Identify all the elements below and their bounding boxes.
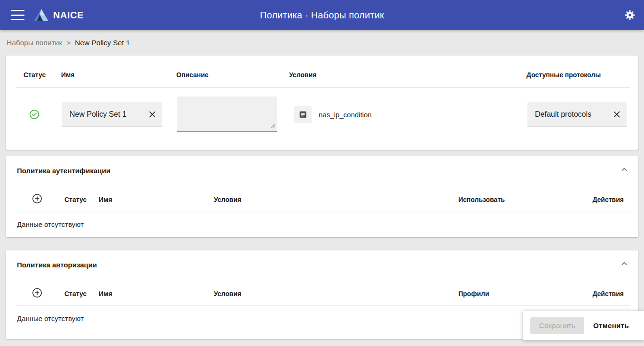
column-use: Использовать xyxy=(458,196,505,203)
cancel-button[interactable]: Отменить xyxy=(593,322,629,330)
chevron-up-icon[interactable] xyxy=(620,165,629,174)
description-textarea[interactable] xyxy=(177,97,277,131)
plus-circle-icon xyxy=(32,193,42,204)
naice-logo: NAICE xyxy=(34,8,84,22)
header-divider xyxy=(16,87,630,88)
clear-protocols-icon[interactable] xyxy=(613,110,621,119)
column-description: Описание xyxy=(176,71,209,79)
condition-name: nas_ip_condition xyxy=(319,111,372,119)
condition-document-icon xyxy=(299,111,307,119)
column-status: Статус xyxy=(24,71,46,79)
column-name: Имя xyxy=(99,196,112,203)
resize-handle-icon[interactable] xyxy=(270,121,275,130)
column-status: Статус xyxy=(64,196,86,203)
authentication-section-title: Политика аутентификации xyxy=(17,167,110,175)
column-profiles: Профили xyxy=(458,290,489,298)
clear-name-icon[interactable] xyxy=(148,110,157,119)
column-protocols: Доступные протоколы xyxy=(526,71,601,79)
breadcrumb: Наборы политик > New Policy Set 1 xyxy=(0,30,644,56)
action-panel: Сохранить Отменить xyxy=(523,311,644,340)
column-name: Имя xyxy=(99,290,112,298)
column-actions: Действия xyxy=(592,196,624,203)
column-name: Имя xyxy=(61,71,75,79)
chevron-up-icon[interactable] xyxy=(620,259,629,268)
policy-set-name-field[interactable] xyxy=(62,102,162,127)
plus-circle-icon xyxy=(32,288,42,298)
allowed-protocols-input[interactable] xyxy=(535,110,609,119)
app-bar: NAICE Политика · Наборы политик xyxy=(0,0,644,30)
policy-set-card: Статус Имя Описание Условия Доступные пр… xyxy=(6,56,638,150)
save-button[interactable]: Сохранить xyxy=(530,317,584,334)
empty-state-text: Данные отсутствуют xyxy=(17,220,84,228)
menu-icon[interactable] xyxy=(11,10,24,20)
status-ok-icon xyxy=(29,109,39,121)
naice-triangle-logo-icon xyxy=(34,8,49,22)
header-divider xyxy=(16,305,630,306)
column-status: Статус xyxy=(64,290,86,298)
policy-set-name-input[interactable] xyxy=(70,110,144,119)
authorization-section-title: Политика авторизации xyxy=(17,261,97,269)
condition-button[interactable] xyxy=(294,106,312,123)
breadcrumb-current: New Policy Set 1 xyxy=(75,39,130,47)
allowed-protocols-field[interactable] xyxy=(527,102,627,127)
brand-name: NAICE xyxy=(53,10,84,21)
header-divider xyxy=(16,211,630,211)
add-authorization-rule-button[interactable] xyxy=(32,288,42,298)
add-authentication-rule-button[interactable] xyxy=(32,193,42,204)
column-conditions: Условия xyxy=(214,196,241,203)
description-field[interactable] xyxy=(177,97,277,132)
column-actions: Действия xyxy=(592,290,624,298)
page-title: Политика · Наборы политик xyxy=(0,10,644,21)
column-conditions: Условия xyxy=(289,71,316,79)
authentication-policy-section: Политика аутентификации Статус Имя Услов… xyxy=(6,156,638,237)
gear-icon[interactable] xyxy=(624,9,636,21)
breadcrumb-separator: > xyxy=(66,39,71,47)
column-conditions: Условия xyxy=(214,290,241,298)
empty-state-text: Данные отсутствуют xyxy=(17,314,84,322)
breadcrumb-parent-link[interactable]: Наборы политик xyxy=(7,39,62,47)
